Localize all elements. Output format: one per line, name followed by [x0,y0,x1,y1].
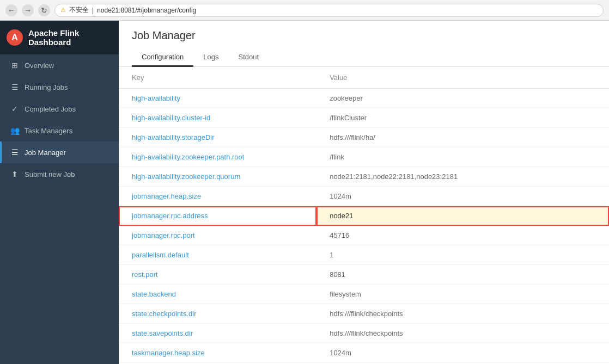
table-row: high-availability.cluster-id/flinkCluste… [119,108,609,128]
table-row: state.checkpoints.dirhdfs:///flink/check… [119,304,609,324]
sidebar-title: Apache Flink Dashboard [28,28,112,47]
value-cell: /flinkCluster [316,108,609,128]
running-jobs-icon: ☰ [10,83,19,91]
key-cell: high-availability.zookeeper.path.root [119,147,316,167]
sidebar-item-label-completed-jobs: Completed Jobs [25,105,76,113]
key-cell: parallelism.default [119,245,316,265]
sidebar-header: A Apache Flink Dashboard [0,21,119,54]
value-cell: 1024m [316,343,609,363]
table-row: jobmanager.rpc.addressnode21 [119,206,609,226]
sidebar-item-label-running-jobs: Running Jobs [25,83,68,91]
browser-chrome: ← → ↻ ⚠ 不安全 | node21:8081/#/jobmanager/c… [0,0,609,21]
config-table: Key Value high-availabilityzookeeperhigh… [119,67,609,364]
sidebar-item-running-jobs[interactable]: ☰ Running Jobs [0,76,119,98]
tab-stdout[interactable]: Stdout [229,48,269,67]
key-cell: state.checkpoints.dir [119,304,316,324]
tab-configuration[interactable]: Configuration [132,48,193,67]
table-container[interactable]: Key Value high-availabilityzookeeperhigh… [119,67,609,364]
address-bar[interactable]: ⚠ 不安全 | node21:8081/#/jobmanager/config [54,4,604,17]
value-cell: hdfs:///flink/ha/ [316,128,609,147]
page-title: Job Manager [132,29,596,42]
task-managers-icon: 👥 [10,126,19,135]
sidebar-item-overview[interactable]: ⊞ Overview [0,54,119,76]
tab-logs[interactable]: Logs [193,48,228,67]
value-cell: hdfs:///flink/checkpoints [316,304,609,324]
table-header-row: Key Value [119,67,609,89]
table-row: state.savepoints.dirhdfs:///flink/checkp… [119,324,609,343]
sidebar-item-job-manager[interactable]: ☰ Job Manager [0,141,119,163]
job-manager-icon: ☰ [10,148,19,157]
key-cell: high-availability.cluster-id [119,108,316,128]
value-cell: 1024m [316,187,609,206]
table-row: high-availability.storageDirhdfs:///flin… [119,128,609,147]
key-cell: high-availability.zookeeper.quorum [119,167,316,187]
main-header: Job Manager Configuration Logs Stdout [119,21,609,67]
value-cell: 1 [316,245,609,265]
key-cell: state.savepoints.dir [119,324,316,343]
overview-icon: ⊞ [10,61,19,70]
value-cell: node21 [316,206,609,226]
security-icon: ⚠ [60,7,66,14]
table-row: rest.port8081 [119,265,609,285]
table-row: high-availabilityzookeeper [119,89,609,108]
value-cell: filesystem [316,285,609,304]
value-cell: zookeeper [316,89,609,108]
sidebar-item-label-submit-new-job: Submit new Job [25,170,75,178]
col-header-key: Key [119,67,316,89]
key-cell: jobmanager.rpc.port [119,226,316,245]
col-header-value: Value [316,67,609,89]
key-cell: high-availability [119,89,316,108]
key-cell: rest.port [119,265,316,285]
url-text: 不安全 [69,5,89,15]
table-row: parallelism.default1 [119,245,609,265]
app-container: A Apache Flink Dashboard ⊞ Overview ☰ Ru… [0,21,609,364]
reload-button[interactable]: ↻ [38,4,50,16]
key-cell: high-availability.storageDir [119,128,316,147]
value-cell: 8081 [316,265,609,285]
table-row: high-availability.zookeeper.path.root/fl… [119,147,609,167]
completed-jobs-icon: ✓ [10,104,19,113]
key-cell: taskmanager.heap.size [119,343,316,363]
sidebar-item-submit-new-job[interactable]: ⬆ Submit new Job [0,163,119,185]
key-cell: jobmanager.rpc.address [119,206,316,226]
forward-button[interactable]: → [22,4,34,16]
sidebar-item-label-task-managers: Task Managers [25,127,72,135]
table-row: state.backendfilesystem [119,285,609,304]
value-cell: /flink [316,147,609,167]
main-content: Job Manager Configuration Logs Stdout Ke… [119,21,609,364]
back-button[interactable]: ← [5,4,17,16]
tabs: Configuration Logs Stdout [132,48,596,66]
sidebar-logo: A [7,29,23,46]
table-row: jobmanager.heap.size1024m [119,187,609,206]
sidebar: A Apache Flink Dashboard ⊞ Overview ☰ Ru… [0,21,119,364]
table-row: taskmanager.heap.size1024m [119,343,609,363]
sidebar-item-completed-jobs[interactable]: ✓ Completed Jobs [0,98,119,120]
value-cell: 45716 [316,226,609,245]
key-cell: jobmanager.heap.size [119,187,316,206]
table-row: high-availability.zookeeper.quorumnode21… [119,167,609,187]
url-separator: | [92,7,94,14]
submit-new-job-icon: ⬆ [10,170,19,178]
sidebar-item-label-job-manager: Job Manager [25,149,66,157]
sidebar-item-task-managers[interactable]: 👥 Task Managers [0,120,119,141]
logo-letter: A [11,33,18,42]
value-cell: node21:2181,node22:2181,node23:2181 [316,167,609,187]
key-cell: state.backend [119,285,316,304]
url-value: node21:8081/#/jobmanager/config [97,7,196,14]
table-row: jobmanager.rpc.port45716 [119,226,609,245]
sidebar-item-label-overview: Overview [25,61,54,70]
value-cell: hdfs:///flink/checkpoints [316,324,609,343]
